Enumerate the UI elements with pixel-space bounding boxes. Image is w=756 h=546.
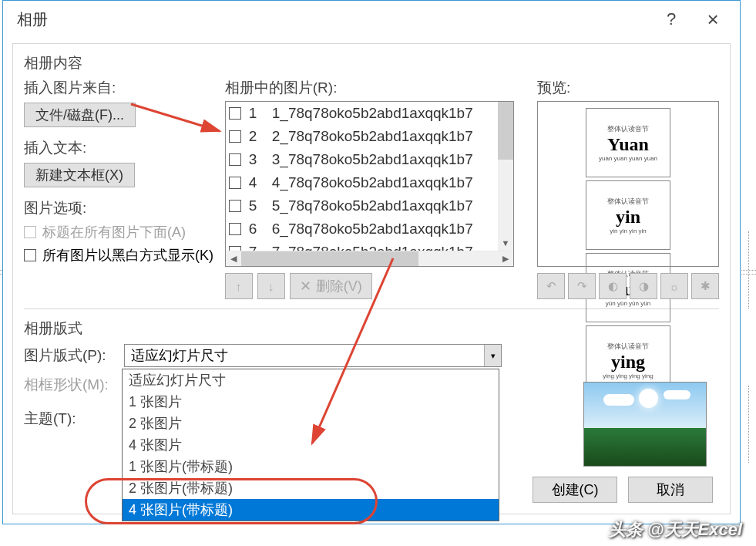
frame-shape-label: 相框形状(M): [24,375,124,395]
insert-from-label: 插入图片来自: [24,78,222,98]
help-button[interactable]: ? [650,4,692,35]
preview-thumb: 整体认读音节Yuanyuan yuan yuan yuan [586,108,670,177]
create-button[interactable]: 创建(C) [533,477,617,503]
dropdown-option[interactable]: 1 张图片(带标题) [123,456,499,477]
dialog-title: 相册 [17,9,48,30]
delete-button[interactable]: ✕删除(V) [290,273,372,299]
horizontal-scrollbar[interactable]: ◀▶ [226,251,513,266]
dropdown-option[interactable]: 2 张图片(带标题) [123,477,499,499]
caption-under-checkbox: 标题在所有图片下面(A) [24,223,222,241]
list-item[interactable]: 22_78q78oko5b2abd1axqqk1b7 [226,125,513,148]
pictures-in-album-label: 相册中的图片(R): [225,78,514,98]
picture-layout-dropdown[interactable]: 适应幻灯片尺寸 1 张图片 2 张图片 4 张图片 1 张图片(带标题) 2 张… [122,369,499,521]
picture-options-label: 图片选项: [24,198,222,218]
list-item[interactable]: 44_78q78oko5b2abd1axqqk1b7 [226,171,513,194]
insert-text-label: 插入文本: [24,138,222,158]
new-textbox-button[interactable]: 新建文本框(X) [24,163,135,187]
preview-thumb: 整体认读音节yinyin yin yin yin [586,180,670,250]
theme-label: 主题(T): [24,409,124,429]
list-item[interactable]: 33_78q78oko5b2abd1axqqk1b7 [226,148,513,171]
picture-listbox[interactable]: 11_78q78oko5b2abd1axqqk1b7 22_78q78oko5b… [225,101,514,267]
black-white-checkbox[interactable]: 所有图片以黑白方式显示(K) [24,246,222,265]
list-item[interactable]: 55_78q78oko5b2abd1axqqk1b7 [226,194,513,217]
vertical-scrollbar[interactable]: ▼ [498,102,513,251]
picture-layout-label: 图片版式(P): [24,345,124,366]
dropdown-option-selected[interactable]: 4 张图片(带标题) [123,499,499,521]
cancel-button[interactable]: 取消 [628,477,713,503]
picture-layout-combo[interactable]: 适应幻灯片尺寸 ▾ [124,344,502,367]
rotate-left-button[interactable]: ↶ [537,273,565,299]
preview-label: 预览: [537,78,719,98]
album-content-heading: 相册内容 [24,53,719,73]
watermark: 头条 @天天Excel [609,518,742,541]
dropdown-option[interactable]: 适应幻灯片尺寸 [123,369,499,391]
move-down-button[interactable]: ↓ [257,273,285,299]
dropdown-option[interactable]: 4 张图片 [123,434,499,456]
move-up-button[interactable]: ↑ [225,273,253,299]
preview-pane: 整体认读音节Yuanyuan yuan yuan yuan 整体认读音节yiny… [537,101,719,267]
brightness-up-button[interactable]: ☼ [660,273,688,299]
contrast-down-button[interactable]: ◑ [630,273,657,299]
layout-preview-image [583,382,707,467]
chevron-down-icon[interactable]: ▾ [484,345,501,366]
list-item[interactable]: 66_78q78oko5b2abd1axqqk1b7 [226,217,513,241]
file-disk-button[interactable]: 文件/磁盘(F)... [24,103,136,127]
dropdown-option[interactable]: 1 张图片 [123,391,499,413]
titlebar[interactable]: 相册 ? × [3,1,740,38]
contrast-up-button[interactable]: ◐ [599,273,627,299]
close-button[interactable]: × [692,4,734,35]
dropdown-option[interactable]: 2 张图片 [123,413,499,434]
list-item[interactable]: 77_78q78oko5b2abd1axqqk1b7 [226,241,513,251]
brightness-down-button[interactable]: ✱ [691,273,719,299]
rotate-right-button[interactable]: ↷ [568,273,596,299]
list-item[interactable]: 11_78q78oko5b2abd1axqqk1b7 [226,102,513,125]
